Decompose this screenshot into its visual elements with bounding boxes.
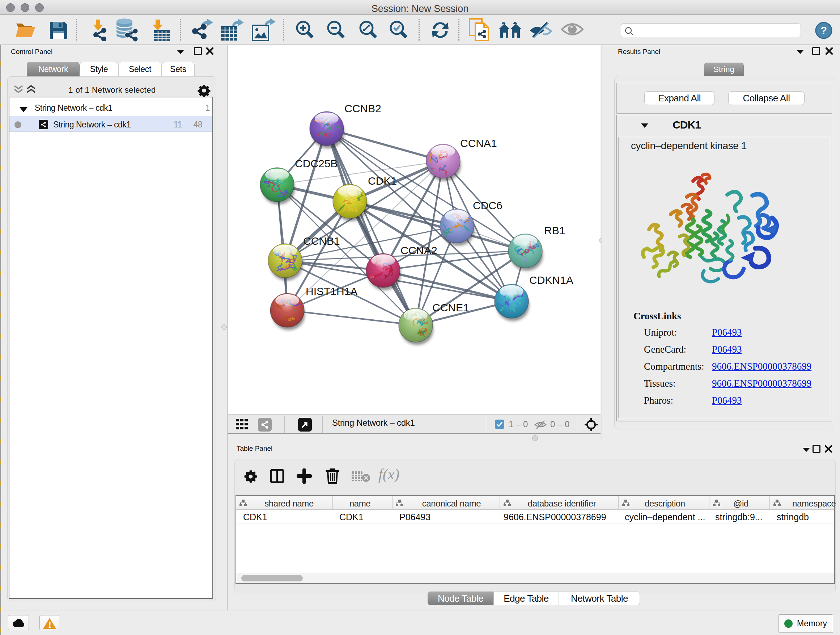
svg-text:HIST1H1A: HIST1H1A [306, 285, 357, 297]
svg-text:CCNA2: CCNA2 [401, 244, 437, 256]
svg-text:RB1: RB1 [544, 225, 565, 236]
svg-text:?: ? [821, 24, 827, 36]
svg-text:CCNE1: CCNE1 [432, 302, 469, 314]
svg-text:CCNB2: CCNB2 [344, 103, 381, 114]
svg-text:CCNB1: CCNB1 [303, 235, 340, 247]
svg-text:CDC6: CDC6 [473, 200, 502, 211]
svg-text:CDKN1A: CDKN1A [529, 274, 573, 286]
svg-text:CCNA1: CCNA1 [460, 137, 497, 149]
svg-text:CDK1: CDK1 [368, 175, 397, 187]
svg-text:CDC25B: CDC25B [295, 157, 338, 169]
